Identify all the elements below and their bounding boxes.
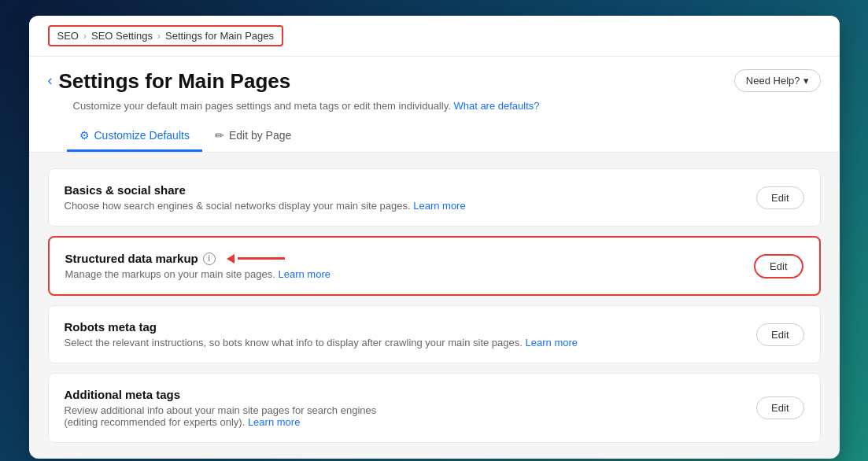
need-help-label: Need Help? (746, 75, 800, 87)
basics-edit-button[interactable]: Edit (756, 186, 803, 209)
additional-learn-more-link[interactable]: Learn more (248, 416, 300, 428)
structured-data-desc: Manage the markups on your main site pag… (65, 268, 331, 280)
structured-data-title: Structured data markup i (65, 252, 331, 265)
breadcrumb-bar: SEO › SEO Settings › Settings for Main P… (29, 16, 840, 57)
page-title: Settings for Main Pages (59, 69, 291, 94)
additional-meta-card: Additional meta tags Review additional i… (48, 373, 821, 443)
page-header-left: ‹ Settings for Main Pages (48, 69, 291, 94)
need-help-chevron-icon: ▾ (803, 75, 809, 87)
breadcrumb-seo[interactable]: SEO (57, 30, 79, 42)
back-button[interactable]: ‹ (48, 72, 53, 89)
robots-meta-info: Robots meta tag Select the relevant inst… (65, 320, 578, 349)
basics-social-desc: Choose how search engines & social netwo… (65, 200, 466, 212)
robots-meta-title: Robots meta tag (65, 320, 578, 334)
breadcrumb-sep-2: › (157, 31, 161, 42)
arrow-line (238, 257, 285, 260)
page-header: ‹ Settings for Main Pages Need Help? ▾ C… (29, 57, 840, 153)
tab-customize-defaults-label: Customize Defaults (94, 129, 190, 142)
basics-social-card: Basics & social share Choose how search … (48, 168, 821, 227)
what-are-defaults-link[interactable]: What are defaults? (453, 100, 539, 112)
pencil-icon: ✏ (215, 129, 224, 142)
additional-edit-button[interactable]: Edit (756, 396, 803, 419)
structured-data-info: Structured data markup i Manage the mark… (65, 252, 331, 280)
breadcrumb: SEO › SEO Settings › Settings for Main P… (48, 25, 284, 46)
structured-data-card: Structured data markup i Manage the mark… (48, 236, 821, 296)
arrow-indicator (227, 254, 285, 264)
arrow-head-icon (227, 254, 235, 264)
tab-customize-defaults[interactable]: ⚙ Customize Defaults (67, 121, 202, 152)
additional-meta-title: Additional meta tags (65, 388, 377, 401)
additional-meta-info: Additional meta tags Review additional i… (65, 388, 377, 428)
robots-meta-card: Robots meta tag Select the relevant inst… (48, 305, 821, 363)
page-subtitle: Customize your default main pages settin… (73, 100, 821, 112)
tab-edit-by-page[interactable]: ✏ Edit by Page (202, 121, 304, 152)
breadcrumb-seo-settings[interactable]: SEO Settings (91, 30, 153, 42)
additional-meta-desc: Review additional info about your main s… (65, 404, 377, 428)
robots-meta-desc: Select the relevant instructions, so bot… (65, 337, 578, 349)
breadcrumb-main-pages[interactable]: Settings for Main Pages (165, 30, 274, 42)
need-help-button[interactable]: Need Help? ▾ (734, 69, 821, 92)
main-content: Basics & social share Choose how search … (29, 153, 840, 459)
breadcrumb-sep-1: › (83, 31, 87, 42)
structured-edit-button[interactable]: Edit (754, 254, 803, 278)
info-icon[interactable]: i (203, 253, 216, 265)
tab-edit-by-page-label: Edit by Page (229, 129, 291, 142)
structured-learn-more-link[interactable]: Learn more (279, 268, 331, 280)
tabs-bar: ⚙ Customize Defaults ✏ Edit by Page (67, 121, 821, 152)
main-window: SEO › SEO Settings › Settings for Main P… (29, 16, 840, 459)
basics-learn-more-link[interactable]: Learn more (413, 200, 465, 212)
robots-edit-button[interactable]: Edit (756, 323, 803, 346)
robots-learn-more-link[interactable]: Learn more (526, 337, 578, 349)
basics-social-title: Basics & social share (65, 183, 466, 197)
basics-social-info: Basics & social share Choose how search … (65, 183, 466, 212)
gear-icon: ⚙ (79, 129, 90, 142)
page-header-top: ‹ Settings for Main Pages Need Help? ▾ (48, 69, 821, 94)
